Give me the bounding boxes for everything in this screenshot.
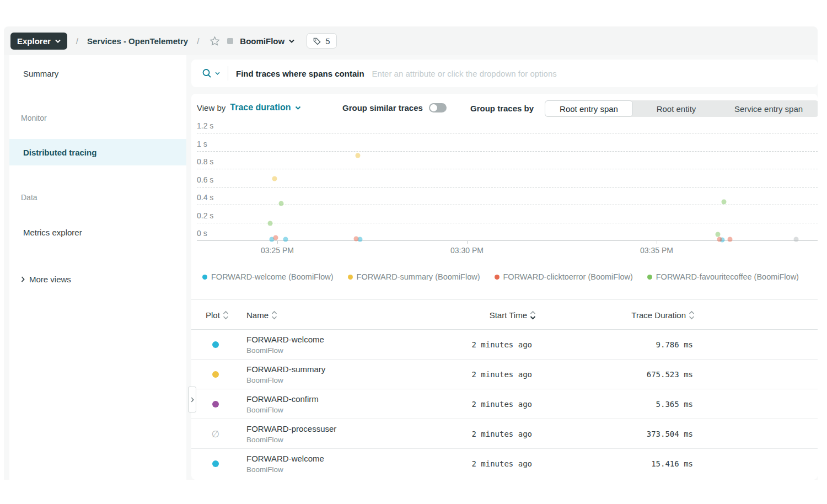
app-body: Summary Monitor Distributed tracing Data… <box>4 55 818 480</box>
trace-dot[interactable] <box>272 176 277 181</box>
plot-cell <box>206 389 225 419</box>
table-row[interactable]: FORWARD-welcomeBoomiFlow2 minutes ago9.7… <box>191 330 818 360</box>
breadcrumb-service-group[interactable]: Services - OpenTelemetry <box>87 36 188 46</box>
duration-cell: 15.416 ms <box>555 449 693 479</box>
y-axis-label: 0.6 s <box>197 175 213 184</box>
sort-icon <box>223 310 229 320</box>
y-axis-label: 1 s <box>197 140 207 148</box>
trace-dot[interactable] <box>728 237 733 242</box>
breadcrumb-separator: / <box>197 36 199 46</box>
search-input[interactable] <box>372 69 818 78</box>
legend-dot <box>647 275 652 280</box>
sidebar-item-metrics-explorer[interactable]: Metrics explorer <box>9 219 186 245</box>
service-name: BoomiFlow <box>246 435 336 445</box>
plot-dot <box>212 341 219 348</box>
legend-label: FORWARD-favouritecoffee (BoomiFlow) <box>656 272 799 281</box>
sort-icon <box>689 310 695 320</box>
search-dropdown-button[interactable] <box>197 68 224 79</box>
start-time-cell: 2 minutes ago <box>401 389 532 419</box>
column-header-trace-duration[interactable]: Trace Duration <box>555 300 695 330</box>
x-axis-tick <box>657 240 657 244</box>
name-cell: FORWARD-welcomeBoomiFlow <box>246 334 324 356</box>
gridline <box>197 133 818 133</box>
service-name: BoomiFlow <box>246 405 319 415</box>
legend-item[interactable]: FORWARD-clicktoerror (BoomiFlow) <box>495 272 633 281</box>
chevron-right-icon <box>191 397 194 403</box>
table-row[interactable]: FORWARD-summaryBoomiFlow2 minutes ago675… <box>191 360 818 389</box>
segment-option[interactable]: Root entity <box>633 100 719 117</box>
entity-selector[interactable]: BoomiFlow <box>240 36 294 46</box>
column-header-plot[interactable]: Plot <box>206 300 229 330</box>
trace-dot[interactable] <box>283 237 288 242</box>
y-axis-label: 0.8 s <box>197 157 213 166</box>
toggle-knob <box>430 104 437 111</box>
sort-icon <box>271 310 277 320</box>
explorer-button[interactable]: Explorer <box>10 33 67 50</box>
plot-dot <box>212 460 219 467</box>
legend-dot <box>495 275 500 280</box>
explorer-label: Explorer <box>17 36 51 46</box>
legend-label: FORWARD-summary (BoomiFlow) <box>357 272 480 281</box>
search-divider <box>228 66 228 81</box>
duration-cell: 373.504 ms <box>555 419 693 449</box>
trace-name: FORWARD-confirm <box>246 393 319 405</box>
column-header-name[interactable]: Name <box>246 300 277 330</box>
table-row[interactable]: FORWARD-welcomeBoomiFlow2 minutes ago15.… <box>191 449 818 479</box>
main-panel: View by Trace duration Group similar tra… <box>191 94 818 480</box>
start-time-cell: 2 minutes ago <box>401 330 532 360</box>
legend-dot <box>202 275 207 280</box>
segment-option[interactable]: Root entry span <box>545 100 633 117</box>
gridline <box>197 169 818 169</box>
y-axis-label: 1.2 s <box>197 121 213 130</box>
panel-expander-handle[interactable] <box>188 387 196 412</box>
entity-square-icon <box>227 38 233 44</box>
group-similar-group: Group similar traces <box>342 103 447 112</box>
legend-dot <box>348 275 353 280</box>
tag-count-button[interactable]: 5 <box>307 33 336 49</box>
sidebar-more-views[interactable]: More views <box>21 275 71 284</box>
name-cell: FORWARD-confirmBoomiFlow <box>246 393 319 415</box>
sidebar-item-distributed-tracing[interactable]: Distributed tracing <box>9 139 186 165</box>
service-name: BoomiFlow <box>246 375 325 385</box>
group-by-segmented-control: Root entry spanRoot entityService entry … <box>545 100 818 117</box>
column-label: Start Time <box>490 310 527 320</box>
trace-dot[interactable] <box>268 221 273 226</box>
trace-dot[interactable] <box>721 200 726 205</box>
start-time-cell: 2 minutes ago <box>401 419 532 449</box>
search-icon <box>201 68 212 79</box>
group-similar-label: Group similar traces <box>342 103 423 112</box>
column-label: Plot <box>206 310 220 320</box>
x-axis-label: 03:30 PM <box>442 246 492 255</box>
view-by-value: Trace duration <box>230 103 291 112</box>
plot-cell <box>206 330 225 360</box>
trace-dot[interactable] <box>794 237 799 242</box>
table-row[interactable]: ∅FORWARD-processuserBoomiFlow2 minutes a… <box>191 419 818 449</box>
plot-dot <box>212 371 219 378</box>
tag-count: 5 <box>325 36 330 46</box>
trace-dot[interactable] <box>273 235 278 240</box>
segment-option[interactable]: Service entry span <box>719 100 818 117</box>
trace-dot[interactable] <box>355 153 360 158</box>
legend-label: FORWARD-clicktoerror (BoomiFlow) <box>503 272 633 281</box>
sort-icon <box>530 310 536 320</box>
trace-dot[interactable] <box>354 236 359 241</box>
service-name: BoomiFlow <box>246 464 324 475</box>
legend-item[interactable]: FORWARD-favouritecoffee (BoomiFlow) <box>647 272 799 281</box>
trace-dot[interactable] <box>716 232 721 237</box>
trace-dot[interactable] <box>717 237 722 242</box>
x-axis-label: 03:35 PM <box>632 246 681 255</box>
group-similar-toggle[interactable] <box>429 103 447 112</box>
chevron-down-icon <box>215 72 220 75</box>
service-name: BoomiFlow <box>246 345 324 356</box>
search-bar: Find traces where spans contain <box>191 60 818 87</box>
trace-dot[interactable] <box>278 201 283 206</box>
table-row[interactable]: FORWARD-confirmBoomiFlow2 minutes ago5.3… <box>191 389 818 419</box>
legend-item[interactable]: FORWARD-welcome (BoomiFlow) <box>202 272 334 281</box>
trace-table: FORWARD-welcomeBoomiFlow2 minutes ago9.7… <box>191 330 818 479</box>
column-header-start-time[interactable]: Start Time <box>401 300 536 330</box>
view-by-dropdown[interactable]: Trace duration <box>230 103 300 112</box>
plot-cell <box>206 449 225 479</box>
sidebar-item-summary[interactable]: Summary <box>9 60 186 87</box>
legend-item[interactable]: FORWARD-summary (BoomiFlow) <box>348 272 480 281</box>
favorite-star-icon[interactable] <box>209 35 221 47</box>
